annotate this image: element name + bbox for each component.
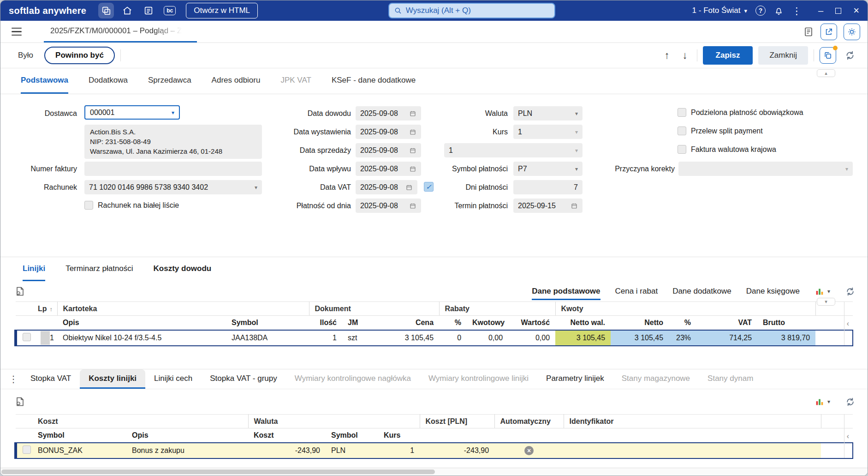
data-wystawienia-input[interactable]: 2025-09-08 [356, 125, 421, 139]
data-dowodu-input[interactable]: 2025-09-08 [356, 106, 421, 121]
global-search[interactable] [388, 3, 555, 18]
podzielona-platnosc-checkbox[interactable] [678, 108, 686, 117]
expand-columns-button[interactable]: ‹ [844, 301, 851, 345]
row-handle[interactable] [41, 331, 50, 345]
header-koszt[interactable]: Koszt [248, 428, 326, 443]
calendar-icon[interactable] [571, 202, 578, 210]
prev-record-button[interactable]: ↑ [661, 49, 673, 61]
next-record-button[interactable]: ↓ [679, 49, 691, 61]
company-selector[interactable]: 1 - Foto Świat ▾ [692, 6, 747, 15]
dostawca-select[interactable]: 000001 ▾ [84, 105, 180, 120]
tab-podstawowa[interactable]: Podstawowa [21, 68, 68, 94]
bylo-button[interactable]: Było [12, 47, 39, 64]
row-info-button[interactable] [14, 396, 25, 408]
header-netto[interactable]: Netto [611, 316, 669, 330]
row-info-button[interactable] [14, 285, 25, 297]
refresh-costs-button[interactable] [845, 397, 856, 407]
chart-view-button[interactable]: ▾ [814, 286, 830, 296]
tab-adres-odbioru[interactable]: Adres odbioru [212, 68, 261, 94]
header-cena[interactable]: Cena [367, 316, 439, 330]
numer-faktury-input[interactable] [84, 162, 262, 176]
tab-linijki-cech[interactable]: Linijki cech [145, 369, 201, 389]
row-checkbox[interactable] [23, 446, 31, 454]
termin-platnosci-input[interactable]: 2025-09-15 [513, 199, 583, 213]
dni-platnosci-input[interactable]: 7 [513, 180, 583, 194]
header-vat-proc[interactable]: % [669, 316, 696, 330]
calendar-icon[interactable] [409, 128, 416, 136]
table-row[interactable]: 1 Obiektyw Nikel 10-24 f/3.5-4.5 JAA138D… [16, 330, 853, 346]
symbol-platnosci-select[interactable]: P7 ▾ [513, 162, 583, 176]
przelew-split-checkbox[interactable] [678, 127, 686, 135]
waluta-select[interactable]: PLN ▾ [513, 106, 583, 121]
header-vat[interactable]: VAT [696, 316, 757, 330]
header-kwotowy[interactable]: Kwotowy [467, 316, 508, 330]
tab-sprzedawca[interactable]: Sprzedawca [148, 68, 191, 94]
tab-stany-dynamiczne[interactable]: Stany dynam [699, 369, 762, 389]
calendar-icon[interactable] [409, 147, 416, 154]
tab-ksef[interactable]: KSeF - dane dodatkowe [332, 68, 416, 94]
menu-button[interactable] [12, 28, 22, 36]
app-switcher-button[interactable] [98, 3, 114, 18]
refresh-lines-button[interactable] [845, 286, 856, 297]
share-button[interactable] [820, 24, 837, 40]
table-row[interactable]: BONUS_ZAK Bonus z zakupu -243,90 PLN 1 -… [16, 443, 853, 458]
refresh-button[interactable] [844, 50, 856, 61]
save-button[interactable]: Zapisz [703, 46, 753, 65]
faktura-walutowa-checkbox[interactable] [678, 145, 686, 154]
tab-dane-ksiegowe[interactable]: Dane księgowe [746, 287, 800, 296]
platnosc-od-dnia-input[interactable]: 2025-09-08 [356, 199, 421, 213]
chart-view-button[interactable]: ▾ [814, 397, 830, 407]
scrollbar-thumb[interactable] [1, 470, 435, 474]
journal-button[interactable] [141, 3, 156, 18]
tab-jpk-vat[interactable]: JPK VAT [280, 68, 311, 94]
bc-button[interactable]: bc [162, 3, 178, 18]
calendar-icon[interactable] [409, 110, 416, 117]
przyczyna-korekty-select[interactable]: ▾ [678, 162, 853, 176]
document-tab[interactable]: 2025/FZKT/M0/000001 – Podgląd – Z [44, 21, 197, 42]
header-ilosc[interactable]: Ilość [309, 316, 342, 330]
kurs-dodatkowy-input[interactable]: 1 ▾ [444, 143, 583, 157]
help-button[interactable]: ? [755, 6, 766, 16]
collapse-header-button[interactable]: ▴ [817, 69, 835, 77]
header-brutto[interactable]: Brutto [757, 316, 815, 330]
header-netto-wal[interactable]: Netto wal. [555, 316, 611, 330]
tab-linijki[interactable]: Linijki [23, 257, 45, 281]
close-document-button[interactable]: Zamknij [758, 46, 808, 65]
maximize-button[interactable] [835, 8, 841, 14]
open-in-html-button[interactable]: Otwórz w HTML [186, 3, 258, 18]
document-panel-button[interactable] [803, 26, 814, 37]
data-wplywu-input[interactable]: 2025-09-08 [356, 162, 421, 176]
rachunek-select[interactable]: 71 1020 0146 9986 5738 9340 3402 ▾ [84, 180, 262, 194]
header-waluta-symbol[interactable]: Symbol [326, 428, 378, 443]
calendar-icon[interactable] [409, 202, 416, 210]
header-rabat-proc[interactable]: % [439, 316, 467, 330]
header-wartosc[interactable]: Wartość [508, 316, 555, 330]
header-opis[interactable]: Opis [126, 428, 248, 443]
tab-stopka-vat[interactable]: Stopka VAT [22, 369, 80, 389]
close-button[interactable]: × [853, 5, 859, 17]
tab-stany-magazynowe[interactable]: Stany magazynowe [613, 369, 699, 389]
tab-wymiary-naglowka[interactable]: Wymiary kontrolingowe nagłówka [286, 369, 420, 389]
tab-dane-podstawowe[interactable]: Dane podstawowe [532, 287, 600, 296]
expand-columns-button[interactable]: ‹ [844, 414, 851, 458]
tab-cena-i-rabat[interactable]: Cena i rabat [615, 287, 658, 296]
tab-dane-dodatkowe[interactable]: Dane dodatkowe [672, 287, 731, 296]
header-symbol[interactable]: Symbol [32, 428, 126, 443]
notifications-button[interactable] [774, 6, 784, 16]
calendar-icon[interactable] [405, 184, 413, 191]
kurs-input[interactable]: 1 ▾ [513, 125, 583, 139]
home-button[interactable] [119, 3, 135, 18]
tab-koszty-linijki[interactable]: Koszty linijki [80, 369, 145, 389]
tab-koszty-dowodu[interactable]: Koszty dowodu [154, 257, 212, 281]
search-input[interactable] [406, 6, 550, 15]
header-kurs[interactable]: Kurs [378, 428, 420, 443]
theme-button[interactable] [844, 24, 860, 40]
horizontal-scrollbar[interactable] [0, 468, 868, 476]
tab-stopka-vat-grupy[interactable]: Stopka VAT - grupy [201, 369, 286, 389]
powinno-byc-button[interactable]: Powinno być [44, 47, 115, 64]
header-symbol[interactable]: Symbol [226, 316, 309, 330]
header-opis[interactable]: Opis [57, 316, 226, 330]
more-menu-button[interactable]: ⋮ [792, 6, 802, 16]
tab-parametry-linijek[interactable]: Parametry linijek [537, 369, 613, 389]
tab-overflow-button[interactable]: ⋮ [8, 374, 19, 385]
